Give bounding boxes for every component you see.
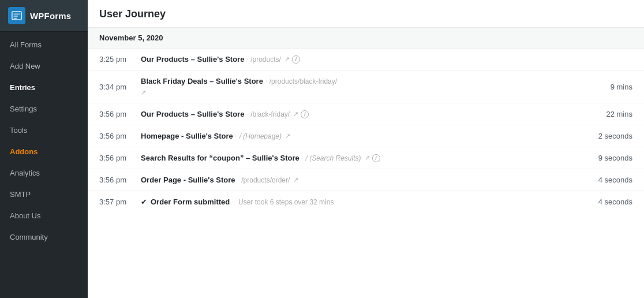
external-link-icon[interactable]: ↗: [285, 132, 290, 140]
sidebar-item-addons[interactable]: Addons: [0, 141, 88, 162]
external-link-icon[interactable]: ↗: [284, 55, 290, 63]
journey-row: 3:56 pmOur Products – Sullie's Store·/bl…: [88, 103, 644, 125]
sidebar-item-analytics[interactable]: Analytics: [0, 162, 88, 184]
journey-row: 3:56 pmOrder Page - Sullie's Store·/prod…: [88, 169, 644, 191]
journey-url: /black-friday/: [250, 110, 290, 118]
sidebar-item-tools[interactable]: Tools: [0, 120, 88, 141]
journey-url: / (Homepage): [239, 132, 282, 140]
dot-separator: ·: [237, 177, 239, 183]
info-icon[interactable]: i: [301, 110, 309, 118]
external-link-icon[interactable]: ↗: [293, 176, 298, 184]
journey-duration: 9 mins: [586, 83, 632, 91]
journey-time: 3:56 pm: [99, 176, 141, 184]
sidebar-item-all-forms[interactable]: All Forms: [0, 34, 88, 55]
sidebar-logo[interactable]: WPForms: [0, 0, 88, 32]
sidebar-item-community[interactable]: Community: [0, 226, 88, 248]
journey-duration: 22 mins: [586, 110, 632, 118]
journey-row: 3:56 pmHomepage - Sullie's Store·/ (Home…: [88, 125, 644, 147]
journey-page-name: Order Page - Sullie's Store: [141, 176, 235, 184]
sidebar-item-about-us[interactable]: About Us: [0, 205, 88, 226]
journey-title-cell: Search Results for “coupon” – Sullie's S…: [141, 154, 586, 162]
journey-url: /products/: [250, 55, 281, 64]
journey-time: 3:25 pm: [99, 55, 141, 64]
info-icon[interactable]: i: [292, 55, 300, 64]
checkmark-icon: ✔: [141, 198, 147, 206]
journey-page-name: Search Results for “coupon” – Sullie's S…: [141, 154, 299, 162]
dot-separator: ·: [235, 133, 237, 139]
journey-row: 3:57 pm✔Order Form submitted·User took 6…: [88, 191, 644, 213]
journey-duration: 9 seconds: [586, 154, 632, 162]
journey-page-name: Black Friday Deals – Sullie's Store: [141, 77, 263, 85]
journey-title-cell: Black Friday Deals – Sullie's Store·/pro…: [141, 77, 586, 96]
journey-row: 3:34 pmBlack Friday Deals – Sullie's Sto…: [88, 70, 644, 103]
journey-time: 3:56 pm: [99, 132, 141, 140]
journey-title-cell: Order Page - Sullie's Store·/products/or…: [141, 176, 586, 184]
journey-url: /products/black-friday/: [269, 77, 337, 85]
journey-duration: 4 seconds: [586, 198, 632, 206]
sidebar-item-entries[interactable]: Entries: [0, 77, 88, 98]
journey-title-cell: Our Products – Sullie's Store·/products/…: [141, 55, 586, 64]
dot-separator: ·: [232, 199, 234, 205]
info-icon[interactable]: i: [372, 154, 380, 162]
sidebar: WPForms All FormsAdd NewEntriesSettingsT…: [0, 0, 88, 298]
main-content: User Journey November 5, 2020 3:25 pmOur…: [88, 0, 644, 298]
page-title: User Journey: [99, 8, 632, 20]
journey-title-cell: Homepage - Sullie's Store·/ (Homepage)↗: [141, 132, 586, 140]
submitted-note: User took 6 steps over 32 mins: [238, 198, 334, 206]
journey-title-cell: Our Products – Sullie's Store·/black-fri…: [141, 110, 586, 118]
journey-page-name: Order Form submitted: [151, 198, 230, 206]
journey-time: 3:56 pm: [99, 110, 141, 118]
sidebar-nav: All FormsAdd NewEntriesSettingsToolsAddo…: [0, 32, 88, 298]
journey-duration: 4 seconds: [586, 176, 632, 184]
journey-page-name: Homepage - Sullie's Store: [141, 132, 233, 140]
external-link-icon[interactable]: ↗: [365, 154, 370, 162]
sidebar-item-add-new[interactable]: Add New: [0, 55, 88, 77]
external-link-icon[interactable]: ↗: [293, 110, 298, 118]
dot-separator: ·: [302, 155, 304, 161]
page-header: User Journey: [88, 0, 644, 28]
journey-list: 3:25 pmOur Products – Sullie's Store·/pr…: [88, 49, 644, 213]
journey-page-name: Our Products – Sullie's Store: [141, 55, 244, 64]
dot-separator: ·: [246, 111, 248, 117]
date-header: November 5, 2020: [88, 28, 644, 49]
journey-url: / (Search Results): [306, 154, 361, 162]
dot-separator: ·: [246, 56, 248, 62]
journey-time: 3:57 pm: [99, 198, 141, 206]
sidebar-item-smtp[interactable]: SMTP: [0, 184, 88, 205]
content-area: November 5, 2020 3:25 pmOur Products – S…: [88, 28, 644, 298]
sidebar-item-settings[interactable]: Settings: [0, 98, 88, 120]
journey-title-cell: ✔Order Form submitted·User took 6 steps …: [141, 198, 586, 206]
dot-separator: ·: [265, 78, 267, 84]
journey-time: 3:34 pm: [99, 83, 141, 91]
logo-text: WPForms: [30, 11, 71, 21]
journey-row: 3:56 pmSearch Results for “coupon” – Sul…: [88, 147, 644, 169]
journey-page-name: Our Products – Sullie's Store: [141, 110, 244, 118]
wpforms-logo-icon: [8, 7, 25, 24]
journey-duration: 2 seconds: [586, 132, 632, 140]
journey-url: /products/order/: [241, 176, 290, 184]
journey-time: 3:56 pm: [99, 154, 141, 162]
journey-row: 3:25 pmOur Products – Sullie's Store·/pr…: [88, 49, 644, 70]
external-link-icon[interactable]: ↗: [141, 89, 586, 96]
